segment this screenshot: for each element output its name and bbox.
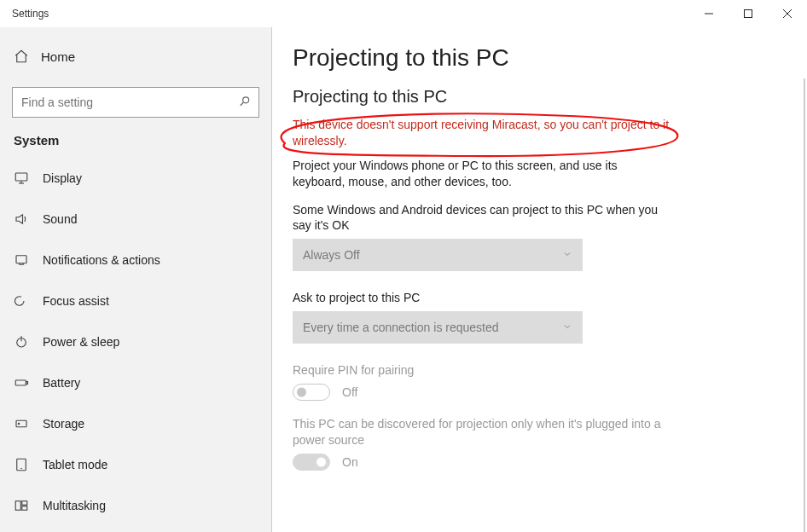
page-title: Projecting to this PC <box>293 44 787 72</box>
toggle-state-text: On <box>342 455 358 469</box>
sound-icon <box>14 211 29 227</box>
home-label: Home <box>41 49 75 64</box>
tablet-icon <box>14 457 29 472</box>
toggle-state-text: Off <box>342 385 357 399</box>
sidebar-item-tablet-mode[interactable]: Tablet mode <box>0 446 271 483</box>
svg-rect-6 <box>15 173 27 181</box>
titlebar: Settings <box>0 0 807 27</box>
description-text: Project your Windows phone or PC to this… <box>293 158 668 190</box>
multitasking-icon <box>14 498 29 513</box>
sidebar-item-label: Focus assist <box>43 294 109 308</box>
svg-rect-12 <box>15 380 26 385</box>
content-area: Projecting to this PC Projecting to this… <box>272 27 807 532</box>
category-title: System <box>0 133 271 159</box>
sidebar-item-label: Notifications & actions <box>43 253 160 267</box>
focus-assist-icon <box>14 293 29 309</box>
battery-icon <box>14 375 29 390</box>
scrollbar[interactable] <box>804 78 805 532</box>
section-title: Projecting to this PC <box>293 87 787 107</box>
maximize-button[interactable] <box>729 0 768 27</box>
discover-toggle[interactable] <box>293 454 330 471</box>
sidebar-item-label: Tablet mode <box>43 458 107 471</box>
svg-rect-13 <box>26 382 28 385</box>
sidebar-item-storage[interactable]: Storage <box>0 405 271 442</box>
search-input[interactable] <box>12 87 259 118</box>
sidebar-item-label: Storage <box>43 417 84 431</box>
display-icon <box>14 171 29 186</box>
chevron-down-icon <box>562 248 572 262</box>
svg-rect-18 <box>15 501 20 511</box>
ask-dropdown[interactable]: Every time a connection is requested <box>293 311 583 344</box>
close-button[interactable] <box>768 0 807 27</box>
storage-icon <box>14 416 29 431</box>
sidebar-item-notifications[interactable]: Notifications & actions <box>0 241 271 279</box>
availability-dropdown[interactable]: Always Off <box>293 239 583 271</box>
sidebar-item-power-sleep[interactable]: Power & sleep <box>0 323 271 361</box>
setting-label-pin: Require PIN for pairing <box>293 362 668 379</box>
home-nav[interactable]: Home <box>0 36 271 77</box>
svg-rect-9 <box>16 256 26 263</box>
svg-rect-19 <box>22 501 27 506</box>
dropdown-value: Always Off <box>303 248 360 262</box>
sidebar-item-sound[interactable]: Sound <box>0 200 271 238</box>
svg-point-15 <box>18 423 20 425</box>
window-title: Settings <box>12 8 49 20</box>
miracast-error-text: This device doesn't support receiving Mi… <box>293 117 685 149</box>
setting-label-availability: Some Windows and Android devices can pro… <box>293 202 668 234</box>
sidebar-item-multitasking[interactable]: Multitasking <box>0 487 271 524</box>
minimize-button[interactable] <box>689 0 729 27</box>
sidebar-item-label: Display <box>43 171 82 185</box>
sidebar-item-display[interactable]: Display <box>0 159 271 197</box>
home-icon <box>14 49 29 64</box>
chevron-down-icon <box>562 321 572 334</box>
sidebar-item-focus-assist[interactable]: Focus assist <box>0 282 271 320</box>
svg-rect-20 <box>22 506 27 511</box>
power-icon <box>14 334 29 350</box>
sidebar-item-label: Sound <box>43 212 77 226</box>
pin-toggle[interactable] <box>293 384 330 401</box>
svg-rect-1 <box>745 10 752 18</box>
notifications-icon <box>14 252 29 268</box>
sidebar-item-label: Battery <box>43 376 80 390</box>
setting-label-ask: Ask to project to this PC <box>293 290 668 306</box>
setting-label-discover: This PC can be discovered for projection… <box>293 416 668 448</box>
dropdown-value: Every time a connection is requested <box>303 321 499 334</box>
sidebar-item-label: Power & sleep <box>43 335 119 349</box>
sidebar: Home System Display Sound <box>0 27 271 532</box>
sidebar-item-label: Multitasking <box>43 499 106 512</box>
sidebar-item-battery[interactable]: Battery <box>0 364 271 402</box>
